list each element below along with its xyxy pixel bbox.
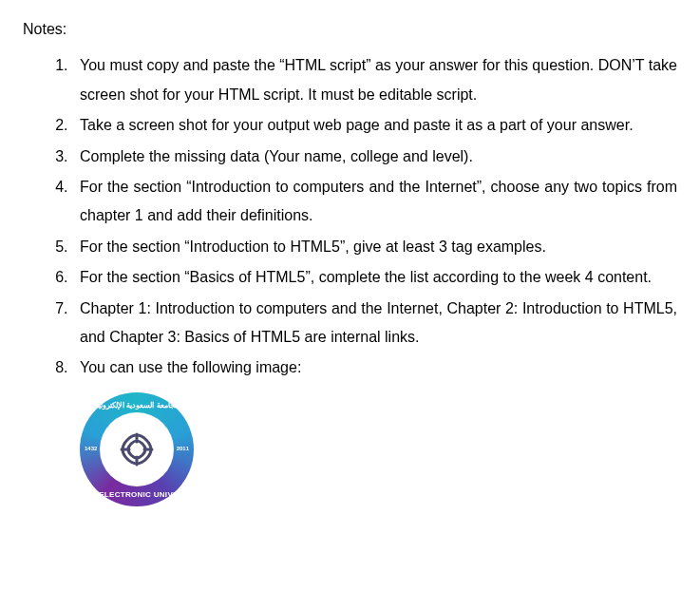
- notes-heading: Notes:: [23, 15, 677, 44]
- seu-logo-icon: الجامعة السعودية الإلكترونية 1432 2011 S…: [80, 392, 194, 506]
- note-item: Take a screen shot for your output web p…: [72, 111, 677, 140]
- note-item: For the section “Introduction to compute…: [72, 173, 677, 231]
- logo-arabic-text: الجامعة السعودية الإلكترونية: [95, 398, 178, 412]
- logo-english-text: SAUDI ELECTRONIC UNIVERSITY: [71, 487, 201, 502]
- logo-year-hijri: 1432: [85, 444, 97, 454]
- note-item: For the section “Introduction to HTML5”,…: [72, 233, 677, 261]
- note-item: You can use the following image:: [72, 353, 677, 382]
- notes-list: You must copy and paste the “HTML script…: [23, 51, 677, 382]
- logo-container: الجامعة السعودية الإلكترونية 1432 2011 S…: [80, 392, 677, 506]
- logo-inner-circle: [100, 412, 174, 486]
- note-item: For the section “Basics of HTML5”, compl…: [72, 263, 677, 292]
- logo-year-gregorian: 2011: [177, 444, 189, 454]
- note-item: Chapter 1: Introduction to computers and…: [72, 295, 677, 353]
- logo-knot-icon: [114, 427, 160, 472]
- note-item: Complete the missing data (Your name, co…: [72, 143, 677, 171]
- note-item: You must copy and paste the “HTML script…: [72, 51, 677, 109]
